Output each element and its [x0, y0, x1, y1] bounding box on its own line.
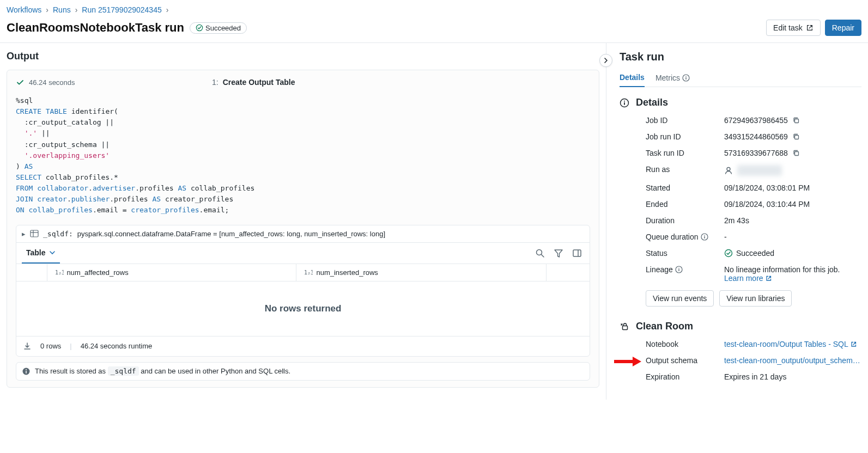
- value-duration: 2m 43s: [724, 216, 749, 225]
- clean-room-section-head: Clean Room: [620, 321, 861, 332]
- value-notebook-link[interactable]: test-clean-room/Output Tables - SQL: [724, 340, 857, 348]
- download-icon[interactable]: [23, 342, 32, 351]
- chevron-right-icon: ›: [166, 5, 169, 14]
- info-icon[interactable]: [701, 233, 708, 241]
- svg-rect-1: [31, 230, 38, 237]
- info-strip: This result is stored as _sqldf and can …: [16, 362, 590, 381]
- details-section-head: Details: [620, 97, 861, 108]
- check-circle-icon: [196, 24, 203, 32]
- label-status: Status: [646, 249, 724, 258]
- svg-rect-20: [794, 136, 798, 139]
- value-started: 09/18/2024, 03:08:01 PM: [724, 183, 810, 192]
- filter-icon[interactable]: [554, 248, 563, 258]
- value-task-run-id: 573169339677688: [724, 149, 788, 157]
- label-ended: Ended: [646, 200, 724, 209]
- value-lineage: No lineage information for this job.: [724, 265, 861, 274]
- repair-button[interactable]: Repair: [825, 20, 861, 36]
- view-run-events-button[interactable]: View run events: [646, 290, 714, 307]
- label-job-run-id: Job run ID: [646, 132, 724, 141]
- tab-metrics[interactable]: Metrics: [655, 69, 690, 87]
- status-badge: Succeeded: [190, 22, 247, 34]
- svg-rect-15: [685, 77, 686, 79]
- label-expiration: Expiration: [646, 372, 724, 381]
- svg-point-17: [624, 100, 625, 101]
- value-ended: 09/18/2024, 03:10:44 PM: [724, 200, 810, 209]
- chevron-right-icon: ›: [46, 5, 48, 14]
- value-output-schema-link[interactable]: test-clean-room_output/output_schema_…: [724, 356, 861, 365]
- breadcrumb-run-id[interactable]: Run 251799029024345: [82, 5, 161, 14]
- task-run-tabs: Details Metrics: [620, 69, 861, 87]
- breadcrumb: Workflows › Runs › Run 251799029024345 ›: [0, 0, 868, 17]
- no-rows-message: No rows returned: [16, 281, 590, 336]
- clean-room-icon: [620, 322, 629, 332]
- cell-duration: 46.24 seconds: [29, 78, 75, 87]
- copy-icon[interactable]: [792, 149, 800, 157]
- panel-icon[interactable]: [572, 248, 582, 258]
- label-notebook: Notebook: [646, 340, 724, 348]
- svg-text:1₂3: 1₂3: [55, 270, 64, 276]
- red-arrow-annotation: [613, 355, 642, 368]
- value-status: Succeeded: [736, 249, 774, 258]
- lineage-learn-more-link[interactable]: Learn more: [724, 274, 861, 283]
- info-prefix: This result is stored as: [35, 367, 108, 375]
- table-header-affected[interactable]: 1₂3 num_affected_rows: [47, 264, 296, 281]
- info-var: _sqldf: [108, 366, 139, 376]
- table-header-index[interactable]: [16, 264, 47, 281]
- svg-point-24: [704, 235, 705, 236]
- svg-rect-25: [704, 236, 705, 238]
- number-type-icon: 1₂3: [55, 268, 64, 276]
- status-badge-label: Succeeded: [205, 24, 241, 32]
- svg-rect-21: [794, 152, 798, 156]
- svg-text:1₂3: 1₂3: [304, 270, 313, 276]
- notebook-cell: 46.24 seconds 1: Create Output Table %sq…: [7, 70, 599, 388]
- svg-rect-29: [678, 269, 679, 271]
- task-run-title: Task run: [620, 51, 861, 63]
- page-title: CleanRoomsNotebookTask run: [7, 21, 184, 35]
- footer-runtime: 46.24 seconds runtime: [81, 342, 153, 350]
- check-icon: [16, 78, 25, 87]
- search-icon[interactable]: [535, 248, 545, 258]
- view-run-libraries-button[interactable]: View run libraries: [719, 290, 792, 307]
- info-icon[interactable]: [675, 266, 683, 273]
- table-header-inserted[interactable]: 1₂3 num_inserted_rows: [296, 264, 547, 281]
- code-block: %sql CREATE TABLE identifier( :cr_output…: [16, 92, 590, 223]
- number-type-icon: 1₂3: [304, 268, 313, 276]
- svg-rect-12: [26, 371, 27, 374]
- label-run-as: Run as: [646, 165, 724, 174]
- svg-rect-19: [794, 119, 798, 123]
- value-run-as: hidden: [737, 165, 782, 176]
- breadcrumb-workflows[interactable]: Workflows: [7, 5, 41, 14]
- svg-point-28: [678, 268, 679, 269]
- result-table: 1₂3 num_affected_rows 1₂3 num_inserted_r…: [16, 264, 590, 281]
- external-link-icon: [806, 24, 814, 32]
- expand-caret-icon[interactable]: ▸: [22, 230, 26, 238]
- footer-row-count: 0 rows: [40, 342, 61, 350]
- value-queue-duration: -: [724, 232, 727, 241]
- svg-point-22: [727, 168, 730, 171]
- tab-details[interactable]: Details: [620, 69, 645, 87]
- copy-icon[interactable]: [792, 133, 800, 140]
- info-suffix: and can be used in other Python and SQL …: [141, 367, 290, 375]
- cell-title-text: Create Output Table: [223, 78, 295, 87]
- label-started: Started: [646, 183, 724, 192]
- external-link-icon: [766, 275, 772, 281]
- breadcrumb-runs[interactable]: Runs: [53, 5, 71, 14]
- dataframe-icon: [30, 230, 39, 237]
- value-expiration: Expires in 21 days: [724, 372, 786, 381]
- label-task-run-id: Task run ID: [646, 149, 724, 157]
- svg-rect-30: [623, 326, 628, 329]
- cell-number: 1:: [212, 78, 218, 87]
- title-bar: CleanRoomsNotebookTask run Succeeded Edi…: [0, 17, 868, 43]
- svg-point-11: [26, 369, 27, 370]
- info-icon: [22, 367, 31, 376]
- svg-rect-18: [624, 102, 625, 105]
- label-queue-duration: Queue duration: [646, 232, 724, 241]
- result-type: pyspark.sql.connect.dataframe.DataFrame …: [77, 230, 385, 238]
- output-heading: Output: [7, 51, 599, 62]
- svg-rect-6: [573, 250, 581, 256]
- label-job-id: Job ID: [646, 116, 724, 125]
- edit-task-button[interactable]: Edit task: [766, 20, 821, 36]
- copy-icon[interactable]: [792, 117, 800, 124]
- chevron-right-icon: ›: [75, 5, 78, 14]
- table-tab[interactable]: Table: [22, 243, 60, 264]
